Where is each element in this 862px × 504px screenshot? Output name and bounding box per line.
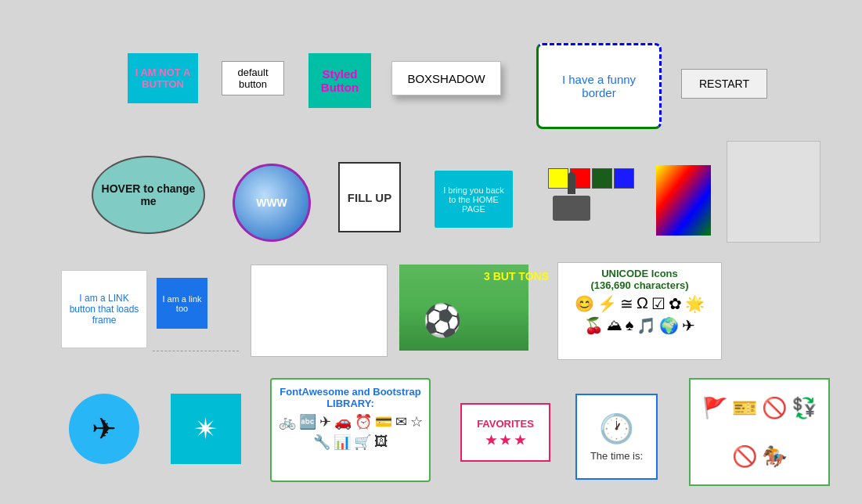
fa-icon-plane: ✈ — [319, 413, 331, 430]
unicode-subtitle: (136,690 characters) — [590, 279, 688, 291]
green-icon-no: 🚫 — [762, 396, 787, 420]
fill-up-button[interactable]: FILL UP — [338, 162, 401, 232]
fontawesome-title: FontAwesome and Bootstrap LIBRARY: — [278, 386, 423, 409]
iframe-placeholder — [251, 265, 388, 357]
green-icon-currency: 💱 — [792, 396, 817, 420]
unicode-icon: 😊 — [575, 294, 594, 313]
soccer-player-icon: ⚽ — [423, 302, 462, 339]
fa-icon-clock: ⏰ — [355, 413, 372, 430]
green-icon-horse: 🏇 — [762, 445, 787, 469]
link-frame-button[interactable]: I am a LINK button that loads frame — [61, 270, 147, 348]
clock-label: The time is: — [590, 450, 643, 462]
fa-icon-bike: 🚲 — [279, 413, 296, 430]
sparkle-icon: ✴ — [193, 412, 218, 446]
fa-icon-chart: 📊 — [334, 434, 351, 451]
unicode-icon: 🍒 — [584, 316, 604, 335]
unicode-icon: ♠ — [626, 316, 634, 335]
unicode-title: UNICODE Icons — [601, 268, 678, 279]
soccer-label: 3 BUT TONS — [484, 270, 549, 283]
airplane-icon: ✈ — [92, 412, 117, 446]
airplane-button[interactable]: ✈ — [69, 394, 139, 464]
unicode-icon: 🌟 — [685, 294, 705, 313]
fontawesome-icons: 🚲 🔤 ✈ 🚗 ⏰ 💳 ✉ ☆ 🔧 📊 🛒 🖼 — [278, 413, 423, 451]
green-icon-ticket: 🎫 — [732, 396, 757, 420]
fa-icon-star: ☆ — [410, 413, 423, 430]
fa-icon-car: 🚗 — [334, 413, 352, 430]
styled-button[interactable]: Styled Button — [308, 53, 371, 108]
home-page-button[interactable]: I bring you back to the HOME PAGE — [435, 171, 513, 228]
green-icons-box: 🚩 🎫 🚫 💱 🚫 🏇 — [689, 378, 830, 486]
gradient-box — [656, 165, 711, 236]
color-box-green — [592, 168, 612, 189]
funny-border-button[interactable]: I have a funny border — [536, 43, 662, 129]
fa-icon-wrench: 🔧 — [313, 434, 330, 451]
unicode-icon: ≅ — [620, 294, 633, 313]
unicode-icon: ✿ — [669, 294, 682, 313]
unicode-icon: ✈ — [682, 316, 695, 335]
clock-box: 🕐 The time is: — [575, 394, 658, 480]
fa-icon-cart: 🛒 — [354, 434, 371, 451]
color-box-blue — [614, 168, 634, 189]
joystick-base — [553, 196, 590, 221]
green-icon-no2: 🚫 — [732, 445, 757, 469]
sparkle-button[interactable]: ✴ — [171, 394, 241, 464]
restart-button[interactable]: RESTART — [681, 69, 767, 99]
joystick-stick — [568, 172, 575, 194]
fa-icon-paypal: 💳 — [375, 413, 392, 430]
unicode-icon: ⚡ — [597, 294, 617, 313]
hover-change-button[interactable]: HOVER to change me — [92, 156, 205, 234]
unicode-icons-box: UNICODE Icons (136,690 characters) 😊 ⚡ ≅… — [557, 262, 722, 360]
unicode-icon: ☑ — [651, 294, 665, 313]
unicode-icon: 🎵 — [637, 316, 656, 335]
unicode-icon: ⛰ — [607, 316, 622, 335]
grey-box-row2 — [727, 141, 821, 243]
fontawesome-box: FontAwesome and Bootstrap LIBRARY: 🚲 🔤 ✈… — [270, 378, 431, 482]
favorites-stars: ★ ★ ★ — [485, 433, 525, 448]
joystick-icon — [553, 172, 590, 221]
default-button[interactable]: default button — [222, 61, 284, 95]
clock-icon: 🕐 — [599, 412, 634, 445]
fa-icon-wp: 🔤 — [299, 413, 316, 430]
www-globe-button[interactable]: WWW — [233, 164, 311, 242]
fa-icon-mail: ✉ — [395, 413, 407, 430]
unicode-row2: 🍒 ⛰ ♠ 🎵 🌍 ✈ — [584, 316, 696, 335]
favorites-label: FAVORITES — [477, 418, 534, 430]
www-label: WWW — [256, 196, 287, 209]
green-icon-flag: 🚩 — [702, 396, 727, 420]
boxshadow-button[interactable]: BOXSHADOW — [391, 61, 501, 95]
dashed-underline — [153, 351, 239, 351]
unicode-icon: Ω — [637, 294, 648, 313]
not-a-button: I AM NOT A BUTTON — [128, 53, 198, 103]
unicode-icon: 🌍 — [659, 316, 679, 335]
unicode-row1: 😊 ⚡ ≅ Ω ☑ ✿ 🌟 — [575, 294, 705, 313]
link-small-button[interactable]: I am a link too — [157, 278, 207, 329]
favorites-button[interactable]: FAVORITES ★ ★ ★ — [460, 403, 550, 462]
fa-icon-image: 🖼 — [374, 434, 388, 451]
